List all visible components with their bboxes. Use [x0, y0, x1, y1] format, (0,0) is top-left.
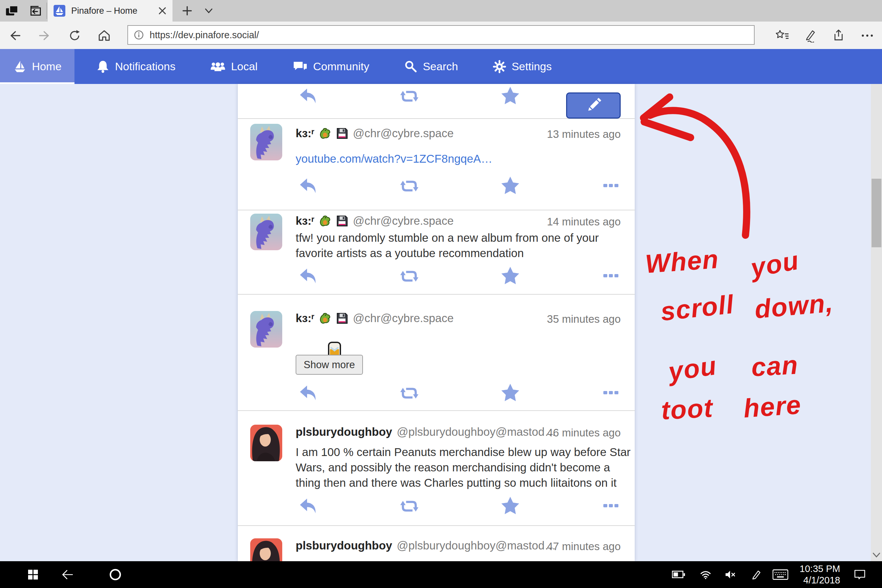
dragon-avatar: [250, 124, 282, 160]
dragon-emoji: [319, 312, 331, 324]
share-icon: [832, 29, 845, 42]
avatar[interactable]: [250, 124, 282, 160]
dragon-avatar: [250, 311, 282, 348]
page-scrollbar[interactable]: [871, 84, 882, 561]
toot[interactable]: kз:ʳ @chr@cybre.space 13 minutes ago you…: [238, 118, 635, 210]
nav-item-community[interactable]: Community: [280, 49, 381, 84]
browser-more-button[interactable]: [860, 28, 875, 43]
share-button[interactable]: [831, 28, 846, 43]
browser-toolbar: https://dev.pinafore.social/: [0, 21, 882, 49]
touch-keyboard-button[interactable]: [770, 561, 791, 588]
url-bar[interactable]: https://dev.pinafore.social/: [128, 25, 754, 45]
toot[interactable]: kз:ʳ @chr@cybre.space 14 minutes ago tfw…: [238, 210, 635, 294]
tab-preview-toggle[interactable]: [200, 0, 218, 21]
browser-tab[interactable]: Pinafore – Home: [48, 0, 172, 21]
back-button[interactable]: [8, 28, 23, 43]
nav-item-home[interactable]: Home: [0, 49, 75, 84]
toot-header: plsburydoughboy @plsburydoughboy@mastodo…: [296, 539, 556, 552]
more-options-button[interactable]: [601, 384, 621, 402]
chevron-down-icon: [872, 552, 881, 558]
taskbar-back-button[interactable]: [56, 561, 79, 588]
more-options-button[interactable]: [601, 176, 621, 195]
battery-status[interactable]: [669, 561, 688, 588]
timestamp[interactable]: 35 minutes ago: [547, 313, 621, 326]
toot-header: kз:ʳ @chr@cybre.space: [296, 312, 556, 325]
cortana-button[interactable]: [104, 561, 127, 588]
favorite-button[interactable]: [500, 176, 520, 195]
reply-button[interactable]: [298, 267, 319, 285]
nav-label: Notifications: [115, 60, 176, 73]
nav-item-local[interactable]: Local: [198, 49, 269, 84]
battery-icon: [672, 570, 686, 579]
action-center-button[interactable]: [849, 561, 870, 588]
boost-button[interactable]: [399, 496, 420, 515]
account-handle: @chr@cybre.space: [353, 214, 453, 227]
start-button[interactable]: [21, 561, 44, 588]
reply-button[interactable]: [298, 496, 319, 515]
favorites-hub-button[interactable]: [775, 28, 790, 43]
boost-button[interactable]: [399, 267, 420, 285]
pen-settings[interactable]: [747, 561, 766, 588]
dragon-emoji: [319, 214, 331, 227]
close-tab-icon[interactable]: [158, 6, 166, 15]
show-more-button[interactable]: Show more: [296, 355, 363, 375]
reply-button[interactable]: [298, 87, 319, 105]
site-info-icon[interactable]: [133, 29, 144, 40]
toot-header: plsburydoughboy @plsburydoughboy@mastodo…: [296, 425, 556, 438]
toot[interactable]: plsburydoughboy @plsburydoughboy@mastodo…: [238, 525, 635, 561]
boost-button[interactable]: [399, 87, 420, 105]
home-button[interactable]: [97, 28, 112, 43]
more-options-button[interactable]: [601, 267, 621, 285]
timestamp[interactable]: 46 minutes ago: [547, 427, 621, 439]
toot-actions: [238, 384, 635, 402]
timestamp[interactable]: 47 minutes ago: [547, 540, 621, 553]
desktop: Pinafore – Home https://dev.pinafore.soc…: [0, 0, 882, 588]
favorite-button[interactable]: [500, 267, 520, 285]
reply-button[interactable]: [298, 384, 319, 402]
set-aside-tabs-button[interactable]: [2, 0, 22, 21]
nav-item-notifications[interactable]: Notifications: [84, 49, 187, 84]
plus-icon: [182, 6, 192, 16]
annotation-word: you: [748, 245, 801, 283]
timestamp[interactable]: 14 minutes ago: [547, 216, 621, 228]
avatar[interactable]: [250, 424, 282, 461]
nav-item-search[interactable]: Search: [392, 49, 470, 84]
show-set-aside-tabs-button[interactable]: [24, 0, 46, 21]
more-options-button[interactable]: [601, 496, 621, 515]
refresh-icon: [68, 29, 81, 42]
pinafore-favicon: [54, 5, 65, 16]
clock-date: 4/1/2018: [803, 574, 840, 586]
reply-icon: [299, 384, 318, 402]
scrollbar-thumb[interactable]: [872, 178, 881, 247]
volume-status[interactable]: [721, 561, 740, 588]
nav-label: Local: [231, 60, 257, 73]
boost-button[interactable]: [399, 384, 420, 402]
favorite-button[interactable]: [500, 384, 520, 402]
reply-button[interactable]: [298, 176, 319, 195]
avatar[interactable]: [250, 311, 282, 348]
network-status[interactable]: [696, 561, 715, 588]
nav-item-settings[interactable]: Settings: [481, 49, 564, 84]
avatar[interactable]: [250, 538, 282, 561]
reply-icon: [299, 87, 318, 105]
reply-icon: [299, 267, 318, 285]
toot-text: Actually this would be good material for…: [296, 559, 608, 561]
wifi-icon: [700, 570, 711, 579]
web-note-button[interactable]: [803, 28, 818, 43]
toot-link[interactable]: youtube.com/watch?v=1ZCF8ngqeA…: [296, 151, 492, 166]
scroll-down-button[interactable]: [872, 552, 881, 559]
timestamp[interactable]: 13 minutes ago: [547, 128, 621, 141]
new-tab-button[interactable]: [178, 0, 196, 21]
taskbar-clock[interactable]: 10:35 PM 4/1/2018: [795, 561, 840, 588]
compose-toot-button[interactable]: [566, 93, 621, 118]
favorite-button[interactable]: [500, 496, 520, 515]
favorite-button[interactable]: [500, 87, 520, 105]
forward-button[interactable]: [37, 28, 52, 43]
toot[interactable]: plsburydoughboy @plsburydoughboy@mastodo…: [238, 410, 635, 525]
toot[interactable]: kз:ʳ @chr@cybre.space 35 minutes ago Sho…: [238, 294, 635, 410]
avatar[interactable]: [250, 214, 282, 250]
page-content: kз:ʳ @chr@cybre.space 13 minutes ago you…: [0, 84, 882, 561]
boost-button[interactable]: [399, 176, 420, 195]
refresh-button[interactable]: [67, 28, 82, 43]
windows-logo-icon: [28, 569, 38, 580]
